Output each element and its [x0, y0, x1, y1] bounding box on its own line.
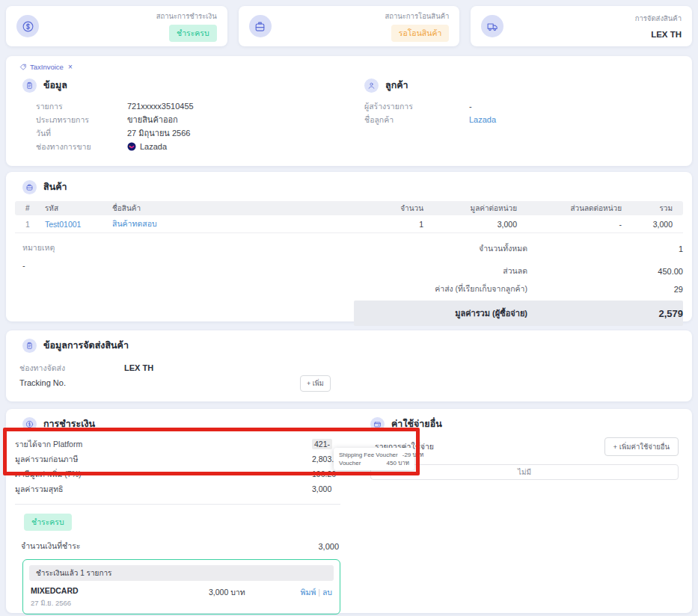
tax-invoice-tag[interactable]: TaxInvoice ×: [19, 63, 680, 71]
info-row-sales-channel: ช่องทางการขาย Lazada: [18, 140, 364, 153]
payment-row-net-total: มูลค่ารวมสุทธิ 3,000: [15, 481, 340, 496]
payment-date: 27 มิ.ย. 2566: [31, 597, 209, 609]
wallet-icon: [370, 417, 385, 431]
payment-status-title: สถานะการชำระเงิน: [156, 10, 217, 22]
payment-status-card: สถานะการชำระเงิน ชำระครบ: [6, 6, 227, 46]
paid-box-header: ชำระเงินแล้ว 1 รายการ: [29, 565, 334, 581]
delivery-status-card: การจัดส่งสินค้า LEX TH: [471, 6, 692, 46]
info-row-order-type: ประเภทรายการ ขายสินค้าออก: [18, 113, 364, 126]
customer-name-link[interactable]: Lazada: [469, 115, 496, 124]
info-section: ข้อมูล รายการ 721xxxxx3510455 ประเภทรายก…: [18, 78, 364, 153]
person-icon: [364, 78, 379, 93]
transfer-status-badge: รอโอนสินค้า: [391, 25, 450, 42]
status-row: สถานะการชำระเงิน ชำระครบ สถานะการโอนสินค…: [6, 6, 692, 46]
customer-row-name: ชื่อลูกค้า Lazada: [364, 113, 680, 126]
expense-empty-state: ไม่มี: [370, 464, 679, 480]
shipping-card: ข้อมูลการจัดส่งสินค้า ช่องทางจัดส่ง LEX …: [6, 330, 692, 401]
add-tracking-button[interactable]: + เพิ่ม: [300, 375, 331, 392]
package-icon: [249, 15, 272, 37]
product-name-link[interactable]: สินค้าทดสอบ: [112, 218, 364, 230]
truck-icon: [481, 15, 503, 37]
summary-row-discount: ส่วนลด 450.00: [354, 264, 683, 278]
delete-link[interactable]: ลบ: [322, 588, 332, 597]
payment-row-vat: ภาษีมูลค่าเพิ่ม (7%) 196.26: [15, 466, 340, 481]
note-value: -: [22, 261, 55, 270]
box-icon: [22, 180, 37, 194]
tag-label: TaxInvoice: [30, 63, 64, 71]
tracking-label: Tracking No.: [19, 378, 124, 387]
payment-row-pre-tax-total: มูลค่ารวมก่อนภาษี 2,803.74: [15, 452, 340, 466]
paid-status-badge: ชำระครบ: [24, 514, 72, 531]
clipboard-icon: [22, 78, 37, 93]
print-link[interactable]: พิมพ์: [301, 588, 316, 597]
shipping-channel-row: ช่องทางจัดส่ง LEX TH: [15, 360, 683, 375]
transfer-status-title: สถานะการโอนสินค้า: [385, 10, 449, 22]
coin-icon: [22, 417, 37, 431]
payment-method-row: MIXEDCARD 27 มิ.ย. 2566 3,000 บาท พิมพ์ …: [29, 586, 334, 609]
payment-status-badge: ชำระครบ: [169, 25, 217, 42]
info-row-date: วันที่ 27 มิถุนายน 2566: [18, 126, 364, 140]
products-table-header: # รหัส ชื่อสินค้า จำนวน มูลค่าต่อหน่วย ส…: [15, 201, 683, 215]
delivery-channel-value: LEX TH: [651, 30, 682, 39]
expenses-section-title: ค่าใช้จ่ายอื่น: [391, 416, 442, 431]
shipping-section-title: ข้อมูลการจัดส่งสินค้า: [43, 338, 129, 353]
product-code-link[interactable]: Test01001: [45, 220, 112, 229]
tooltip-row-shipping-voucher: Shipping Fee Voucher -29 บาท: [339, 451, 409, 459]
page: สถานะการชำระเงิน ชำระครบ สถานะการโอนสินค…: [0, 0, 698, 616]
divider: [15, 504, 340, 505]
info-section-title: ข้อมูล: [43, 78, 67, 93]
payment-expenses-card: การชำระเงิน รายได้จาก Platform 421- มูลค…: [6, 409, 692, 613]
add-expense-button[interactable]: + เพิ่มค่าใช้จ่ายอื่น: [604, 437, 679, 456]
sales-channel-value: Lazada: [140, 142, 167, 151]
coin-icon: [16, 15, 39, 37]
summary-grand-total: มูลค่ารวม (ผู้ซื้อจ่าย) 2,579: [354, 301, 683, 326]
info-row-order-number: รายการ 721xxxxx3510455: [18, 99, 364, 113]
clipboard-icon: [22, 339, 37, 353]
payment-section-title: การชำระเงิน: [43, 416, 95, 431]
tag-icon: [19, 64, 27, 71]
order-info-card: TaxInvoice × ข้อมูล รายการ 721xxxxx35104…: [6, 56, 692, 166]
lazada-logo-icon: [127, 142, 136, 151]
products-section-title: สินค้า: [43, 179, 67, 194]
payment-section: การชำระเงิน รายได้จาก Platform 421- มูลค…: [15, 416, 340, 615]
order-summary: จำนวนทั้งหมด 1 ส่วนลด 450.00 ค่าส่ง (ที่…: [354, 241, 683, 326]
tracking-row: Tracking No. + เพิ่ม: [15, 375, 683, 390]
paid-amount-row: จำนวนเงินที่ชำระ 3,000: [15, 540, 340, 552]
note-label: หมายเหตุ: [22, 241, 55, 254]
tag-close-icon[interactable]: ×: [68, 63, 73, 71]
platform-income-value[interactable]: 421-: [312, 439, 332, 449]
customer-section: ลูกค้า ผู้สร้างรายการ - ชื่อลูกค้า Lazad…: [364, 78, 680, 153]
customer-section-title: ลูกค้า: [385, 78, 408, 93]
payment-method-name: MIXEDCARD: [31, 586, 209, 595]
note-block: หมายเหตุ -: [15, 241, 55, 326]
paid-payments-box: ชำระเงินแล้ว 1 รายการ MIXEDCARD 27 มิ.ย.…: [22, 559, 340, 615]
transfer-status-card: สถานะการโอนสินค้า รอโอนสินค้า: [239, 6, 460, 46]
product-table-row: 1 Test01001 สินค้าทดสอบ 1 3,000 - 3,000: [15, 215, 683, 233]
summary-row-shipping-fee: ค่าส่ง (ที่เรียกเก็บจากลูกค้า) 29: [354, 282, 683, 296]
payment-amount: 3,000 บาท: [209, 586, 301, 599]
tooltip-row-voucher: Voucher 450 บาท: [339, 459, 409, 467]
delivery-status-title: การจัดส่งสินค้า: [635, 13, 682, 24]
payment-row-platform-income: รายได้จาก Platform 421-: [15, 437, 340, 452]
summary-row-total-qty: จำนวนทั้งหมด 1: [354, 241, 683, 256]
customer-row-creator: ผู้สร้างรายการ -: [364, 99, 680, 113]
products-card: สินค้า # รหัส ชื่อสินค้า จำนวน มูลค่าต่อ…: [6, 172, 692, 321]
platform-income-tooltip: Shipping Fee Voucher -29 บาท Voucher 450…: [334, 448, 414, 470]
shipping-channel-value: LEX TH: [124, 363, 153, 372]
